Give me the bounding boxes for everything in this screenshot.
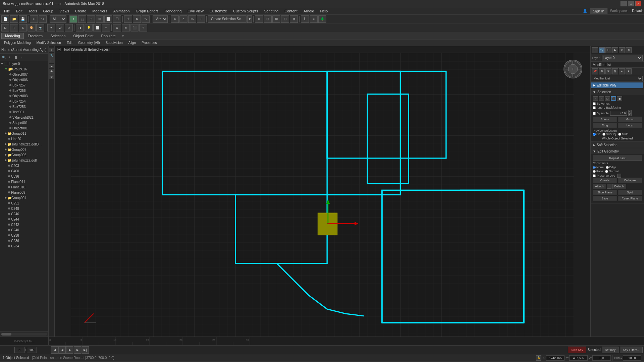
- loop-button[interactable]: Loop: [618, 123, 642, 128]
- scene-item-c251[interactable]: C251: [0, 200, 48, 206]
- viewport-canvas[interactable]: T: [55, 53, 590, 337]
- minimize-button[interactable]: ─: [621, 1, 627, 6]
- menu-group[interactable]: Group: [40, 8, 56, 14]
- scene-item-group011[interactable]: 📁 Group011: [0, 131, 48, 136]
- spinner-up[interactable]: ▲: [628, 110, 632, 113]
- array-button[interactable]: ⊠: [290, 15, 298, 23]
- split-button[interactable]: Split: [618, 190, 642, 195]
- preview-off-input[interactable]: [593, 133, 596, 136]
- edit-geometry-header[interactable]: ▼ Edit Geometry: [591, 148, 644, 154]
- scene-item-group016[interactable]: 📁 Group016: [0, 66, 48, 72]
- scene-item-c234[interactable]: C234: [0, 243, 48, 249]
- close-button[interactable]: ✕: [635, 1, 641, 6]
- create-selection-button[interactable]: Create Selection Se...: [208, 15, 247, 23]
- vertex-mode-btn[interactable]: ·: [593, 96, 598, 101]
- scene-item-object001[interactable]: Object001: [0, 125, 48, 131]
- undo-button[interactable]: ↩: [30, 15, 38, 23]
- collapse-button[interactable]: Collapse: [618, 178, 642, 183]
- align-view-button[interactable]: ⊞: [272, 15, 280, 23]
- constraint-normal-input[interactable]: [605, 170, 608, 173]
- viewport-shading[interactable]: [Standard]: [71, 48, 87, 51]
- menu-edit[interactable]: Edit: [13, 8, 25, 14]
- scene-item-plane009[interactable]: Plane009: [0, 190, 48, 195]
- set-key-button[interactable]: Set Key: [602, 347, 619, 353]
- motion-blur-button[interactable]: ≋: [122, 24, 130, 32]
- scene-item-group004[interactable]: 📁 Group004: [0, 195, 48, 200]
- menu-animation[interactable]: Animation: [111, 8, 132, 14]
- material-editor-button[interactable]: M: [1, 24, 9, 32]
- window-crossing-button[interactable]: ⊡: [87, 15, 95, 23]
- scrollbar-thumb[interactable]: [1, 333, 11, 336]
- menu-content[interactable]: Content: [282, 8, 300, 14]
- scene-item-c244[interactable]: C244: [0, 217, 48, 222]
- motion-panel-button[interactable]: ▶: [49, 64, 54, 68]
- element-mode-btn[interactable]: ◼: [617, 96, 622, 101]
- menu-views[interactable]: Views: [57, 8, 72, 14]
- scene-item-line20[interactable]: Line20: [0, 136, 48, 141]
- slice-button[interactable]: Slice: [593, 196, 617, 201]
- by-angle-input[interactable]: [593, 112, 596, 115]
- scene-item-layer0[interactable]: Layer:0: [0, 61, 48, 66]
- mod-show-btn[interactable]: 👁: [605, 68, 611, 74]
- active-shade-button[interactable]: ◑: [76, 24, 84, 32]
- layer-dropdown[interactable]: All: [50, 15, 66, 23]
- constraint-face-radio[interactable]: Face: [593, 170, 603, 173]
- select-all-button[interactable]: ⊞: [96, 15, 104, 23]
- track-view-button[interactable]: T: [10, 24, 18, 32]
- scene-item-box7256[interactable]: Box7256: [0, 88, 48, 93]
- scene-item-sofu2[interactable]: 📁 sofu natuzza golf: [0, 158, 48, 163]
- menu-tools[interactable]: Tools: [26, 8, 40, 14]
- preview-subobj-radio[interactable]: SubObj: [602, 132, 616, 136]
- modifier-type-select[interactable]: Modifier List: [592, 76, 643, 81]
- scene-item-c236[interactable]: C236: [0, 238, 48, 243]
- angle-snap-button[interactable]: ∠: [179, 15, 187, 23]
- constraint-none-radio[interactable]: None: [593, 166, 604, 169]
- viewport-clip-button[interactable]: ✂: [102, 24, 110, 32]
- menu-civil-view[interactable]: Civil View: [185, 8, 206, 14]
- ribbon-tab-populate[interactable]: Populate: [97, 33, 119, 39]
- scene-new-layer-button[interactable]: +: [7, 54, 13, 60]
- select-region-button[interactable]: ⬚: [78, 15, 86, 23]
- sub-geometry-all[interactable]: Geometry (All): [75, 41, 102, 45]
- scene-item-c238[interactable]: C238: [0, 233, 48, 238]
- edge-mode-btn[interactable]: ⁻: [599, 96, 604, 101]
- scene-item-group007[interactable]: 📁 Group007: [0, 147, 48, 152]
- preview-multi-input[interactable]: [618, 133, 621, 136]
- scene-item-c396[interactable]: C396: [0, 174, 48, 179]
- menu-customize[interactable]: Customize: [207, 8, 230, 14]
- create-panel-button[interactable]: +: [49, 48, 54, 52]
- ribbon-tab-modeling[interactable]: Modeling: [1, 33, 24, 39]
- mirror-button[interactable]: ⇔: [255, 15, 263, 23]
- rp-modify-btn[interactable]: 🔧: [599, 47, 605, 53]
- auto-key-button[interactable]: Auto Key: [568, 347, 586, 353]
- ring-button[interactable]: Ring: [593, 123, 617, 128]
- grow-button[interactable]: Grow: [618, 117, 642, 122]
- viewport-style[interactable]: [Edged Faces]: [88, 48, 109, 51]
- by-angle-value[interactable]: 45.0: [610, 111, 627, 116]
- scene-item-c246[interactable]: C246: [0, 211, 48, 217]
- sub-modify-selection[interactable]: Modify Selection: [34, 41, 64, 45]
- constraint-edge-radio[interactable]: Edge: [606, 166, 616, 169]
- snap-toggle-button[interactable]: ⊕: [171, 15, 179, 23]
- scene-item-c242[interactable]: C242: [0, 222, 48, 227]
- preserve-uvs-icon[interactable]: [617, 174, 621, 178]
- select-highlight-button[interactable]: ✦: [47, 24, 55, 32]
- scene-item-box7257[interactable]: Box7257: [0, 82, 48, 88]
- x-coord-input[interactable]: [546, 355, 565, 361]
- rp-utilities-btn[interactable]: ⚙: [626, 47, 632, 53]
- scene-item-text001[interactable]: Text001: [0, 109, 48, 115]
- go-start-button[interactable]: |◀: [51, 346, 58, 354]
- menu-arnold[interactable]: Arnold: [301, 8, 317, 14]
- menu-scripting[interactable]: Scripting: [261, 8, 281, 14]
- select-none-button[interactable]: ☐: [113, 15, 121, 23]
- selection-header[interactable]: ▼ Selection: [591, 89, 644, 95]
- sub-subdivision[interactable]: Subdivision: [103, 41, 125, 45]
- scene-item-sofu1[interactable]: 📁 sofu natuzza golf0...: [0, 141, 48, 147]
- constraint-face-input[interactable]: [593, 170, 596, 173]
- scene-sort-button[interactable]: ↕: [19, 54, 25, 60]
- constraint-none-input[interactable]: [593, 166, 596, 169]
- mod-move-up-btn[interactable]: ▲: [619, 68, 625, 74]
- scene-item-c248[interactable]: C248: [0, 206, 48, 211]
- editable-poly-item[interactable]: ▶ Editable Poly: [591, 82, 643, 88]
- scene-delete-button[interactable]: 🗑: [13, 54, 19, 60]
